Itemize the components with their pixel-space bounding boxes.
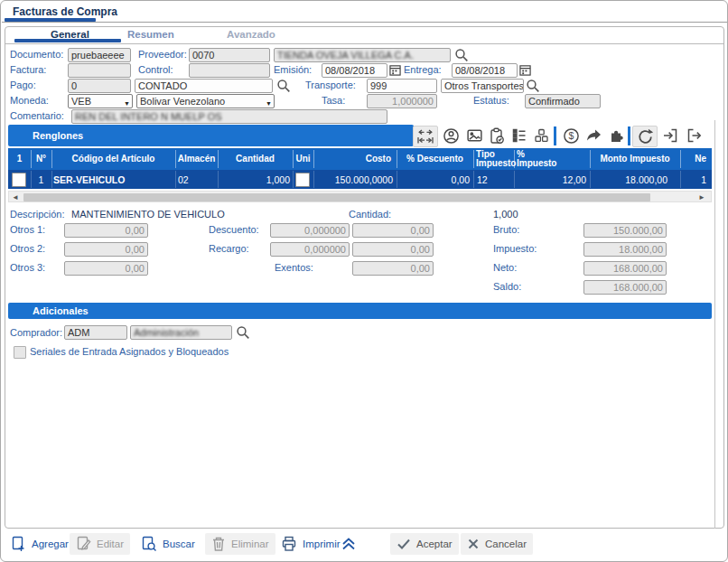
- printer-icon: [281, 536, 297, 552]
- row-neto: 1: [680, 170, 706, 189]
- cantidad-label: Cantidad:: [349, 209, 391, 220]
- table-row[interactable]: 1 SER-VEHICULO 02 1,000 150.000,0000 0,0…: [8, 170, 712, 189]
- col-uni[interactable]: Uni: [293, 148, 313, 170]
- export-icon: [686, 127, 703, 144]
- row-tipo-impuesto: 12: [477, 170, 488, 189]
- comprador-search-icon[interactable]: [236, 325, 250, 340]
- scroll-right-icon[interactable]: ►: [698, 193, 705, 201]
- col-pct-impuesto[interactable]: % Impuesto: [517, 148, 560, 170]
- list-view-icon: [511, 127, 527, 144]
- search-document-icon: [141, 536, 157, 552]
- otros2-label: Otros 2:: [10, 243, 45, 254]
- descripcion-label: Descripción:: [10, 209, 65, 220]
- collapse-print-options-icon[interactable]: [341, 536, 357, 551]
- contact-button[interactable]: [439, 126, 462, 145]
- purchase-invoice-window: Facturas de Compra General Resumen Avanz…: [0, 0, 728, 562]
- proveedor-search-icon[interactable]: [454, 48, 469, 62]
- packages-icon: [533, 127, 550, 144]
- transporte-search-icon[interactable]: [526, 79, 540, 93]
- row-select-checkbox[interactable]: [12, 173, 26, 187]
- tab-avanzado[interactable]: Avanzado: [227, 29, 275, 40]
- pago-search-icon[interactable]: [276, 79, 291, 93]
- emision-calendar-icon[interactable]: [389, 64, 401, 76]
- trash-icon: [211, 536, 226, 552]
- col-cantidad[interactable]: Cantidad: [218, 148, 293, 170]
- col-select[interactable]: 1: [8, 148, 31, 170]
- eliminar-button[interactable]: Eliminar: [205, 533, 275, 555]
- descuento-label: Descuento:: [209, 224, 259, 235]
- col-monto-impuesto[interactable]: Monto Impuesto: [590, 148, 680, 170]
- scroll-left-icon[interactable]: ◄: [12, 193, 19, 201]
- column-resize-icon: [416, 128, 434, 145]
- refresh-button[interactable]: [632, 126, 658, 147]
- saldo-field: 168.000,00: [583, 280, 667, 295]
- pago-name-field[interactable]: CONTADO: [135, 79, 273, 93]
- grid-horizontal-scrollbar[interactable]: ◄ ►: [8, 191, 712, 202]
- control-field[interactable]: [189, 63, 270, 78]
- column-resize-button[interactable]: [413, 126, 438, 147]
- col-codigo[interactable]: Código del Artículo: [51, 148, 175, 170]
- list-view-button[interactable]: [508, 126, 531, 145]
- image-button[interactable]: [462, 126, 486, 145]
- exentos-label: Exentos:: [275, 262, 313, 273]
- col-tipo-impuesto[interactable]: Tipo Impuesto: [476, 148, 514, 170]
- proveedor-code-field[interactable]: 0070: [189, 48, 270, 62]
- row-pct-impuesto: 12,00: [514, 170, 586, 189]
- transporte-name-field[interactable]: Otros Transportes: [441, 79, 524, 93]
- col-descuento[interactable]: % Descuento: [397, 148, 473, 170]
- comprador-name-field[interactable]: Administración: [130, 325, 232, 340]
- currency-button[interactable]: $: [559, 126, 583, 145]
- col-almacen[interactable]: Almacén: [175, 148, 218, 170]
- proveedor-name-field[interactable]: TIENDA OVEJA VILLEGA C.A.: [274, 48, 451, 62]
- col-neto[interactable]: Ne: [680, 148, 712, 170]
- pago-code-field[interactable]: 0: [68, 79, 131, 93]
- recargo-pct-field: 0,000000: [270, 242, 350, 257]
- documento-field[interactable]: pruebaeeee: [68, 48, 131, 62]
- entrega-label: Entrega:: [404, 64, 442, 75]
- col-costo[interactable]: Costo: [313, 148, 397, 170]
- control-label: Control:: [138, 64, 173, 75]
- row-almacen: 02: [178, 170, 189, 189]
- comentario-field[interactable]: REN DEL INTERO N MUELP OS: [71, 109, 387, 124]
- add-document-icon: [11, 536, 26, 552]
- col-num[interactable]: N°: [31, 148, 51, 170]
- estatus-label: Estatus:: [473, 95, 509, 106]
- otros3-field: 0,00: [64, 261, 148, 276]
- entrega-date-field[interactable]: 08/08/2018: [452, 63, 518, 78]
- forward-button[interactable]: [582, 126, 605, 145]
- descuento-pct-field: 0,000000: [270, 223, 350, 238]
- transporte-code-field[interactable]: 999: [367, 79, 437, 93]
- impuesto-label: Impuesto:: [493, 243, 537, 254]
- cancelar-button[interactable]: Cancelar: [461, 533, 533, 555]
- emision-date-field[interactable]: 08/08/2018: [322, 63, 387, 78]
- row-descuento: 0,00: [397, 170, 470, 189]
- chevron-down-icon: ▼: [124, 98, 130, 108]
- factura-field[interactable]: [68, 63, 131, 78]
- app-tab-facturas-de-compra[interactable]: Facturas de Compra: [13, 5, 117, 18]
- grid-header: 1 N° Código del Artículo Almacén Cantida…: [8, 148, 712, 170]
- comprador-label: Comprador:: [10, 327, 62, 338]
- editar-button[interactable]: Editar: [70, 533, 130, 555]
- packages-button[interactable]: [529, 126, 553, 145]
- comprador-code-field[interactable]: ADM: [64, 325, 127, 340]
- buscar-button[interactable]: Buscar: [135, 533, 201, 555]
- edit-document-icon: [76, 536, 91, 552]
- aceptar-button[interactable]: Aceptar: [390, 533, 459, 555]
- imprimir-button[interactable]: Imprimir: [275, 533, 347, 555]
- agregar-button[interactable]: Agregar: [5, 533, 75, 555]
- scrollbar-thumb[interactable]: [23, 193, 650, 201]
- entrega-calendar-icon[interactable]: [519, 64, 531, 76]
- otros1-label: Otros 1:: [10, 224, 45, 235]
- tab-resumen[interactable]: Resumen: [127, 29, 174, 40]
- descripcion-value: MANTENIMIENTO DE VEHICULO: [71, 209, 225, 220]
- clipboard-check-button[interactable]: [485, 126, 509, 145]
- row-monto-impuesto: 18.000,00: [590, 170, 667, 189]
- neto-label: Neto:: [493, 262, 517, 273]
- moneda-name-select[interactable]: Bolivar Venezolano▼: [136, 94, 275, 108]
- moneda-code-select[interactable]: VEB▼: [68, 94, 133, 108]
- export-button[interactable]: [683, 126, 706, 145]
- plugin-button[interactable]: [604, 126, 628, 145]
- row-uni-checkbox[interactable]: [295, 173, 310, 187]
- seriales-checkbox[interactable]: [14, 346, 26, 359]
- import-button[interactable]: [658, 126, 682, 145]
